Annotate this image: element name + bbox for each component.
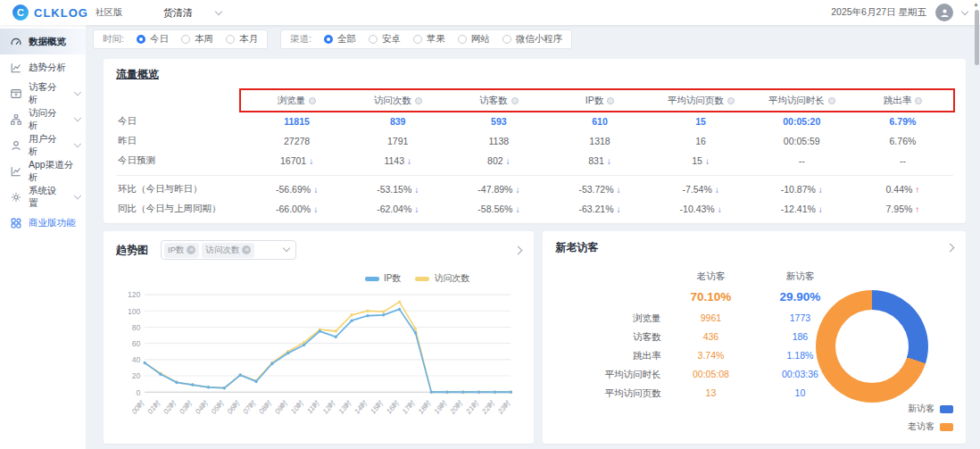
- visitors-more-arrow-icon[interactable]: [946, 244, 955, 253]
- channel-option-android[interactable]: 安卓: [369, 33, 401, 46]
- svg-text:20时: 20时: [449, 399, 464, 416]
- legend-item-ip[interactable]: IP数: [365, 272, 401, 285]
- legend-label: 访问次数: [434, 272, 469, 285]
- sidebar-item-visit-analysis[interactable]: 访问分析: [0, 106, 86, 132]
- avatar-chevron-icon[interactable]: [961, 7, 968, 14]
- metric-value: 27278: [246, 136, 347, 146]
- metric-value: 831↓: [549, 155, 650, 166]
- metric-value: -53.15%↓: [347, 184, 448, 195]
- tag-close-icon[interactable]: ×: [187, 245, 195, 254]
- info-icon[interactable]: [511, 97, 519, 104]
- trend-title: 趋势图: [116, 243, 148, 258]
- sidebar-item-trend-analysis[interactable]: 趋势分析: [0, 54, 86, 80]
- visitors-donut-chart: [816, 290, 928, 403]
- old-value: 9961: [666, 309, 755, 328]
- info-icon[interactable]: [915, 97, 922, 104]
- down-arrow-icon: ↓: [607, 156, 611, 166]
- channel-option-web[interactable]: 网站: [458, 33, 490, 46]
- row-label: 跳出率: [580, 346, 666, 365]
- metric-value[interactable]: 00:05:20: [752, 116, 852, 127]
- project-selector[interactable]: 货清清: [163, 6, 221, 20]
- sidebar-item-business-features[interactable]: 商业版功能: [0, 210, 86, 236]
- metric-value[interactable]: 6.79%: [852, 116, 953, 127]
- legend-item-new-visitor[interactable]: 新访客: [908, 403, 953, 415]
- metric-value[interactable]: 593: [448, 116, 549, 127]
- metric-value: -56.69%↓: [246, 184, 347, 195]
- metric-value: -63.21%↓: [549, 204, 650, 214]
- table-row-forecast: 今日预测 16701↓ 1143↓ 802↓ 831↓ 15↓ -- --: [116, 151, 953, 170]
- sidebar-item-label: 用户分析: [29, 133, 62, 158]
- metric-value: 1138: [448, 136, 549, 146]
- row-label: 平均访问时长: [580, 365, 666, 384]
- svg-text:17时: 17时: [401, 399, 416, 416]
- metric-select[interactable]: IP数 × 访问次数 ×: [161, 240, 296, 260]
- down-arrow-icon: ↓: [617, 185, 621, 195]
- chevron-down-icon: [283, 245, 290, 252]
- time-option-today[interactable]: 今日: [137, 33, 169, 46]
- radio-label: 今日: [150, 33, 169, 46]
- logo[interactable]: C CLKLOG: [12, 4, 88, 21]
- time-option-week[interactable]: 本周: [181, 33, 213, 46]
- metric-value[interactable]: 610: [549, 116, 650, 127]
- svg-text:21时: 21时: [465, 399, 480, 416]
- column-header: IP数: [586, 95, 603, 107]
- metric-value[interactable]: 15: [651, 116, 752, 127]
- new-visitor-percent: 29.90%: [755, 286, 844, 309]
- chevron-down-icon: [74, 140, 81, 147]
- svg-text:01时: 01时: [146, 399, 162, 416]
- metric-value: 0.44%↑: [852, 184, 953, 195]
- svg-text:23时: 23时: [497, 399, 512, 416]
- edition-badge: 社区版: [96, 6, 122, 19]
- down-arrow-icon: ↓: [313, 185, 318, 195]
- sidebar-item-user-analysis[interactable]: 用户分析: [0, 132, 86, 158]
- metric-value: 1143↓: [347, 155, 448, 166]
- channel-option-all[interactable]: 全部: [324, 33, 356, 46]
- radio-icon: [324, 35, 333, 44]
- channel-option-miniprogram[interactable]: 微信小程序: [502, 33, 563, 46]
- metric-value[interactable]: 11815: [246, 116, 347, 127]
- svg-text:11时: 11时: [306, 399, 321, 416]
- sidebar-item-data-overview[interactable]: 数据概览: [0, 29, 86, 54]
- sidebar-item-system-settings[interactable]: 系统设置: [0, 184, 86, 210]
- old-value: 13: [666, 384, 755, 403]
- info-icon[interactable]: [309, 97, 316, 104]
- time-option-month[interactable]: 本月: [226, 33, 258, 46]
- legend-item-old-visitor[interactable]: 老访客: [908, 420, 953, 433]
- radio-label: 苹果: [427, 33, 445, 46]
- svg-text:20: 20: [132, 371, 141, 381]
- row-label: 访客数: [580, 328, 666, 346]
- user-avatar[interactable]: [935, 4, 953, 21]
- old-visitor-header: 老访客: [666, 266, 755, 286]
- info-icon[interactable]: [607, 97, 614, 104]
- info-icon[interactable]: [727, 97, 735, 104]
- metric-value[interactable]: 839: [347, 116, 448, 127]
- trend-more-arrow-icon[interactable]: [514, 245, 523, 254]
- svg-text:22时: 22时: [481, 399, 496, 416]
- column-header: 访客数: [479, 95, 508, 107]
- legend-item-visits[interactable]: 访问次数: [415, 272, 469, 285]
- new-visitor-header: 新访客: [755, 266, 844, 286]
- metric-value: -53.72%↓: [549, 184, 650, 195]
- gear-icon: [10, 191, 22, 204]
- info-icon[interactable]: [828, 97, 835, 104]
- down-arrow-icon: ↓: [414, 185, 419, 195]
- table-row-dod: 环比（今日与昨日） -56.69%↓ -53.15%↓ -47.89%↓ -53…: [116, 179, 953, 199]
- channel-option-ios[interactable]: 苹果: [413, 33, 445, 46]
- scroll-up-arrow[interactable]: ▲: [973, 1, 979, 7]
- sidebar-item-visitor-analysis[interactable]: 访客分析: [0, 80, 86, 106]
- app-chart-icon: [10, 165, 22, 178]
- visitors-legend-swatch: [940, 423, 953, 431]
- tag-label: 访问次数: [205, 245, 239, 256]
- info-icon[interactable]: [415, 97, 422, 104]
- svg-text:12时: 12时: [321, 399, 336, 416]
- down-arrow-icon: ↓: [515, 185, 519, 195]
- sidebar-item-app-channel-analysis[interactable]: App渠道分析: [0, 158, 86, 184]
- column-header: 访问次数: [374, 95, 411, 107]
- radio-label: 全部: [337, 33, 356, 46]
- metric-value: -47.89%↓: [448, 184, 549, 195]
- radio-label: 本月: [239, 33, 258, 46]
- scrollbar-thumb[interactable]: [975, 10, 979, 65]
- svg-text:18时: 18时: [417, 399, 432, 416]
- tag-close-icon[interactable]: ×: [242, 245, 251, 254]
- logo-text: CLKLOG: [34, 6, 88, 20]
